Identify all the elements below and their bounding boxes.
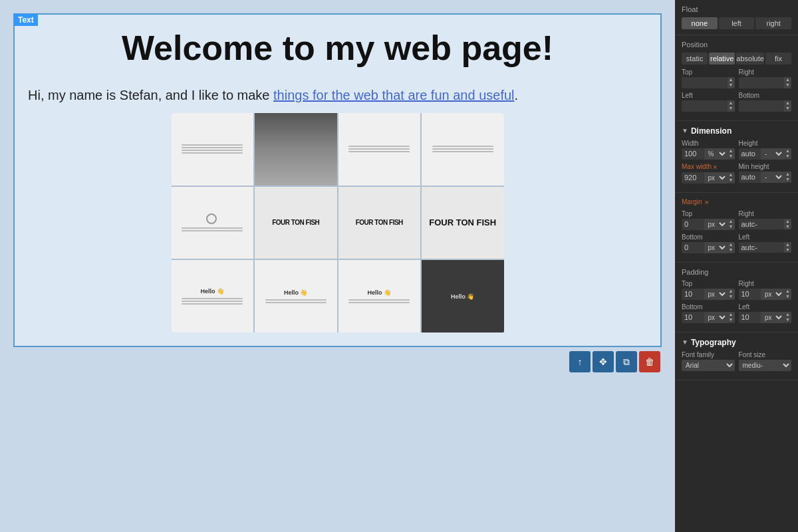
padding-bottom-unit-select[interactable]: px bbox=[704, 312, 728, 323]
height-spinner[interactable]: ▲▼ bbox=[784, 148, 791, 160]
padding-top-spinner[interactable]: ▲▼ bbox=[728, 289, 735, 300]
float-right-btn[interactable]: right bbox=[755, 17, 791, 29]
float-section: Float none left right bbox=[675, 0, 798, 35]
margin-top-spinner[interactable]: ▲▼ bbox=[728, 219, 735, 230]
margin-left-label: Left bbox=[739, 233, 792, 241]
font-size-select[interactable]: mediu- small large bbox=[739, 360, 792, 371]
max-width-unit-select[interactable]: px% bbox=[704, 172, 728, 184]
height-input-group: -px ▲▼ bbox=[739, 148, 792, 160]
bottom-label: Bottom bbox=[739, 92, 792, 99]
margin-top-unit-select[interactable]: px bbox=[704, 219, 728, 230]
margin-right-label: Right bbox=[739, 210, 792, 217]
right-input[interactable]: auto bbox=[739, 77, 785, 88]
min-height-spinner[interactable]: ▲▼ bbox=[784, 172, 791, 183]
margin-right-spinner[interactable]: ▲▼ bbox=[784, 219, 791, 230]
margin-bottom-unit-select[interactable]: px bbox=[704, 242, 728, 253]
padding-left-label: Left bbox=[739, 303, 792, 311]
heading: Welcome to my web page! bbox=[21, 21, 654, 74]
left-input-group: auto ▲▼ bbox=[682, 100, 735, 112]
position-relative-btn[interactable]: relative bbox=[709, 53, 735, 65]
dimension-chevron: ▼ bbox=[682, 127, 688, 134]
width-input[interactable] bbox=[682, 148, 704, 159]
top-input[interactable]: auto bbox=[682, 77, 728, 88]
right-input-group: auto ▲▼ bbox=[739, 77, 792, 88]
position-static-btn[interactable]: static bbox=[682, 53, 708, 65]
min-height-input[interactable] bbox=[739, 172, 761, 182]
padding-right-label: Right bbox=[739, 280, 792, 287]
float-none-btn[interactable]: none bbox=[682, 17, 718, 29]
position-fixed-btn[interactable]: fix bbox=[765, 53, 791, 65]
dimension-title: Dimension bbox=[691, 126, 732, 136]
font-family-label: Font family bbox=[682, 351, 735, 358]
left-spinner[interactable]: ▲▼ bbox=[728, 100, 735, 112]
margin-bottom-input[interactable] bbox=[682, 242, 704, 253]
padding-top-field: Top px ▲▼ bbox=[682, 280, 735, 300]
padding-right-unit-select[interactable]: px bbox=[761, 289, 784, 300]
padding-top-input[interactable] bbox=[682, 289, 704, 299]
max-width-close[interactable]: × bbox=[713, 163, 717, 171]
width-unit-select[interactable]: %px bbox=[704, 148, 728, 160]
top-input-group: auto ▲▼ bbox=[682, 77, 735, 88]
margin-bottom-input-group: px ▲▼ bbox=[682, 242, 735, 253]
margin-top-right-row: Top px ▲▼ Right ▲▼ bbox=[682, 210, 791, 230]
height-unit-select[interactable]: -px bbox=[761, 148, 784, 160]
padding-right-input[interactable] bbox=[739, 289, 761, 299]
margin-left-spinner[interactable]: ▲▼ bbox=[784, 242, 791, 253]
padding-right-spinner[interactable]: ▲▼ bbox=[784, 289, 791, 300]
float-left-btn[interactable]: left bbox=[719, 17, 755, 29]
padding-bottom-input[interactable] bbox=[682, 312, 704, 323]
width-height-row: Width %px ▲▼ Height -px ▲▼ bbox=[682, 140, 791, 160]
min-height-unit-select[interactable]: -px bbox=[761, 172, 784, 183]
text-block[interactable]: Text Welcome to my web page! Hi, my name… bbox=[13, 13, 662, 347]
margin-right-field: Right ▲▼ bbox=[739, 210, 792, 230]
padding-bottom-label: Bottom bbox=[682, 303, 735, 311]
dimension-title-row: ▼ Dimension bbox=[682, 126, 791, 136]
max-width-spinner[interactable]: ▲▼ bbox=[728, 172, 735, 184]
margin-section: Margin × Top px ▲▼ Right ▲▼ bbox=[675, 193, 798, 263]
right-spinner[interactable]: ▲▼ bbox=[784, 77, 791, 88]
position-absolute-btn[interactable]: absolute bbox=[736, 53, 764, 65]
margin-right-input[interactable] bbox=[739, 219, 785, 229]
margin-left-input-group: ▲▼ bbox=[739, 242, 792, 253]
margin-top-label: Top bbox=[682, 210, 735, 217]
margin-top-input[interactable] bbox=[682, 219, 704, 229]
margin-close[interactable]: × bbox=[705, 198, 709, 206]
delete-button[interactable]: 🗑 bbox=[639, 351, 660, 372]
margin-bottom-spinner[interactable]: ▲▼ bbox=[728, 242, 735, 253]
collage-cell-10: Hello 👋 bbox=[255, 260, 337, 332]
canvas-area: Text Welcome to my web page! Hi, my name… bbox=[0, 0, 675, 532]
move-button[interactable]: ✥ bbox=[593, 351, 614, 372]
left-input[interactable]: auto bbox=[682, 100, 728, 111]
margin-bottom-label: Bottom bbox=[682, 233, 735, 241]
font-family-select[interactable]: Arial Georgia Verdana bbox=[682, 360, 735, 371]
right-label: Right bbox=[739, 68, 792, 76]
padding-top-label: Top bbox=[682, 280, 735, 287]
bottom-input[interactable]: auto bbox=[739, 100, 785, 111]
font-family-size-row: Font family Arial Georgia Verdana Font s… bbox=[682, 351, 791, 371]
padding-left-spinner[interactable]: ▲▼ bbox=[784, 312, 791, 323]
intro-paragraph: Hi, my name is Stefan, and I like to mak… bbox=[28, 88, 647, 103]
max-width-input[interactable] bbox=[682, 172, 704, 183]
margin-left-input[interactable] bbox=[739, 242, 785, 253]
margin-left-field: Left ▲▼ bbox=[739, 233, 792, 253]
padding-top-input-group: px ▲▼ bbox=[682, 289, 735, 300]
padding-bottom-spinner[interactable]: ▲▼ bbox=[728, 312, 735, 323]
padding-left-unit-select[interactable]: px bbox=[761, 312, 784, 323]
collage-cell-9: Hello 👋 bbox=[172, 260, 254, 332]
padding-left-input[interactable] bbox=[739, 312, 761, 323]
dimension-section: ▼ Dimension Width %px ▲▼ Height -px ▲▼ bbox=[675, 121, 798, 193]
copy-button[interactable]: ⧉ bbox=[616, 351, 637, 372]
height-input[interactable] bbox=[739, 148, 761, 159]
text-block-badge: Text bbox=[14, 14, 38, 26]
width-spinner[interactable]: ▲▼ bbox=[728, 148, 735, 160]
intro-link[interactable]: things for the web that are fun and usef… bbox=[273, 88, 514, 102]
padding-top-unit-select[interactable]: px bbox=[704, 289, 728, 300]
position-top-right-row: Top auto ▲▼ Right auto ▲▼ bbox=[682, 68, 791, 88]
collage-cell-8: FOUR TON FISH bbox=[422, 187, 504, 259]
bottom-spinner[interactable]: ▲▼ bbox=[784, 100, 791, 112]
typography-chevron: ▼ bbox=[682, 338, 688, 346]
move-up-button[interactable]: ↑ bbox=[569, 351, 591, 372]
max-width-label: Max width bbox=[682, 163, 712, 170]
top-spinner[interactable]: ▲▼ bbox=[728, 77, 735, 88]
padding-bottom-field: Bottom px ▲▼ bbox=[682, 303, 735, 323]
